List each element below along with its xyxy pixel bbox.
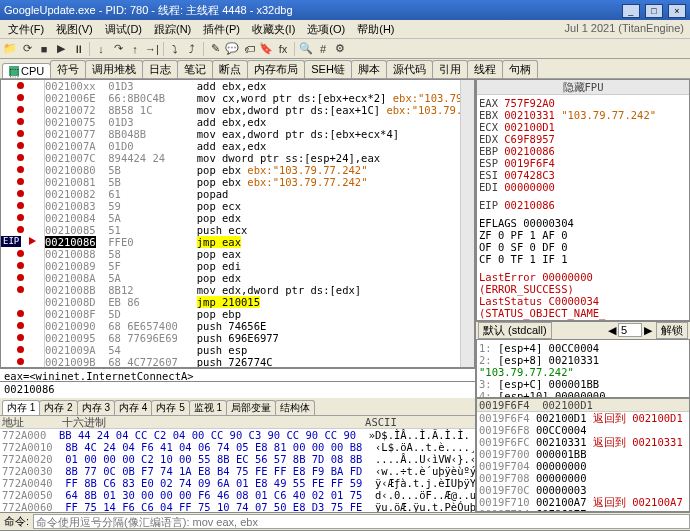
arguments-pane[interactable]: 1: [esp+4] 00CC0004 2: [esp+8] 00210331 …	[476, 339, 690, 398]
trace-over-button[interactable]: ⤴	[184, 41, 200, 57]
registers-pane[interactable]: 隐藏FPU EAX 757F92A0 EBX 00210331 "103.79.…	[476, 79, 690, 321]
register-ebp[interactable]: EBP 00210086	[479, 145, 687, 157]
disasm-row[interactable]: 00210084 5A pop edx	[45, 212, 460, 224]
disasm-row[interactable]: 0021006E 66:8B0C4B mov cx,word ptr ds:[e…	[45, 92, 460, 104]
disasm-scrollbar[interactable]	[460, 80, 474, 367]
search-button[interactable]: 🔍	[298, 41, 314, 57]
dump-row[interactable]: 772A0030 8B 77 0C 0B F7 74 1A E8 B4 75 F…	[0, 465, 475, 477]
tab-source[interactable]: 源代码	[386, 60, 433, 78]
disasm-row[interactable]: 00210095 68 77696E69 push 696E6977	[45, 332, 460, 344]
register-esp[interactable]: ESP 0019F6F4	[479, 157, 687, 169]
tab-script[interactable]: 脚本	[351, 60, 387, 78]
disasm-row[interactable]: 00210090 68 6E657400 push 74656E	[45, 320, 460, 332]
menu-trace[interactable]: 跟踪(N)	[148, 20, 197, 38]
menu-view[interactable]: 视图(V)	[50, 20, 99, 38]
arg-count-down[interactable]: ◀	[606, 324, 618, 337]
disasm-row[interactable]: 0021008F 5D pop ebp	[45, 308, 460, 320]
stack-row[interactable]: 0019F708 00000000	[477, 472, 689, 484]
disasm-row[interactable]: 00210086 FFE0 jmp eax	[45, 236, 460, 248]
stack-row[interactable]: 0019F700 000001BB	[477, 448, 689, 460]
dump-tab-1[interactable]: 内存 1	[2, 400, 40, 415]
close-button[interactable]: ×	[668, 4, 686, 18]
trace-into-button[interactable]: ⤵	[167, 41, 183, 57]
arg-count-up[interactable]: ▶	[642, 324, 654, 337]
bookmarks-button[interactable]: 🔖	[258, 41, 274, 57]
patches-button[interactable]: ✎	[207, 41, 223, 57]
arg-count-input[interactable]	[618, 323, 642, 337]
run-to-button[interactable]: →|	[144, 41, 160, 57]
disasm-row[interactable]: 0021007C 894424 24 mov dword ptr ss:[esp…	[45, 152, 460, 164]
dump-tab-4[interactable]: 内存 4	[114, 400, 152, 415]
settings-button[interactable]: ⚙	[332, 41, 348, 57]
tab-breakpoints[interactable]: 断点	[212, 60, 248, 78]
tab-log[interactable]: 日志	[142, 60, 178, 78]
tab-refs[interactable]: 引用	[432, 60, 468, 78]
disasm-row[interactable]: 00210082 61 popad	[45, 188, 460, 200]
stack-pane[interactable]: 0019F6F4 002100D1 0019F6F4 002100D1 返回到 …	[476, 398, 690, 512]
menu-debug[interactable]: 调试(D)	[99, 20, 148, 38]
dump-pane[interactable]: 地址 十六进制 ASCII 772A000 BB 44 24 04 CC C2 …	[0, 416, 475, 512]
stack-row[interactable]: 0019F6F8 00CC0004	[477, 424, 689, 436]
tab-threads[interactable]: 线程	[467, 60, 503, 78]
menu-plugins[interactable]: 插件(P)	[197, 20, 246, 38]
disasm-row[interactable]: 0021008B 8B12 mov edx,dword ptr ds:[edx]	[45, 284, 460, 296]
disasm-row[interactable]: 00210081 5B pop ebx ebx:"103.79.77.242"	[45, 176, 460, 188]
menu-file[interactable]: 文件(F)	[2, 20, 50, 38]
watch-tab[interactable]: 监视 1	[189, 400, 227, 415]
register-esi[interactable]: ESI 007428C3	[479, 169, 687, 181]
disasm-row[interactable]: 002100xx 01D3 add ebx,edx	[45, 80, 460, 92]
arg-row[interactable]: 3: [esp+C] 000001BB	[479, 378, 687, 390]
goto-button[interactable]: #	[315, 41, 331, 57]
disasm-row[interactable]: 0021009B 68 4C772607 push 726774C	[45, 356, 460, 367]
tab-seh[interactable]: SEH链	[304, 60, 352, 78]
step-into-button[interactable]: ↓	[93, 41, 109, 57]
arg-row[interactable]: 2: [esp+8] 00210331 "103.79.77.242"	[479, 354, 687, 378]
step-over-button[interactable]: ↷	[110, 41, 126, 57]
maximize-button[interactable]: □	[645, 4, 663, 18]
stack-row[interactable]: 0019F704 00000000	[477, 460, 689, 472]
register-edi[interactable]: EDI 00000000	[479, 181, 687, 193]
dump-tab-3[interactable]: 内存 3	[77, 400, 115, 415]
fpu-toggle[interactable]: 隐藏FPU	[477, 80, 689, 95]
tab-handles[interactable]: 句柄	[502, 60, 538, 78]
functions-button[interactable]: fx	[275, 41, 291, 57]
unlock-button[interactable]: 解锁	[656, 322, 688, 339]
dump-row[interactable]: 772A0050 64 8B 01 30 00 00 00 F6 46 08 0…	[0, 489, 475, 501]
disasm-row[interactable]: 00210089 5F pop edi	[45, 260, 460, 272]
disasm-row[interactable]: 00210080 5B pop ebx ebx:"103.79.77.242"	[45, 164, 460, 176]
run-button[interactable]: ▶	[53, 41, 69, 57]
disasm-row[interactable]: 00210075 01D3 add ebx,edx	[45, 116, 460, 128]
register-eax[interactable]: EAX 757F92A0	[479, 97, 687, 109]
locals-tab[interactable]: 局部变量	[226, 400, 276, 415]
disasm-row[interactable]: 0021008A 5A pop edx	[45, 272, 460, 284]
command-input[interactable]	[33, 514, 690, 529]
menu-favorites[interactable]: 收藏夹(I)	[246, 20, 301, 38]
register-edx[interactable]: EDX C69F8957	[479, 133, 687, 145]
stack-row[interactable]: 0019F6FC 00210331 返回到 00210331 自 0021008…	[477, 436, 689, 448]
register-ecx[interactable]: ECX 002100D1	[479, 121, 687, 133]
disasm-row[interactable]: 00210083 59 pop ecx	[45, 200, 460, 212]
disasm-row[interactable]: 0021007A 01D0 add eax,edx	[45, 140, 460, 152]
arg-row[interactable]: 4: [esp+10] 00000000	[479, 390, 687, 398]
dump-row[interactable]: 772A0040 FF 8B C6 83 E0 02 74 09 6A 01 E…	[0, 477, 475, 489]
disasm-row[interactable]: 0021008D EB 86 jmp 210015	[45, 296, 460, 308]
disasm-row[interactable]: 0021009A 54 push esp	[45, 344, 460, 356]
tab-cpu[interactable]: ⬚CPU	[2, 63, 51, 78]
disasm-row[interactable]: 00210077 8B048B mov eax,dword ptr ds:[eb…	[45, 128, 460, 140]
tab-symbols[interactable]: 符号	[50, 60, 86, 78]
labels-button[interactable]: 🏷	[241, 41, 257, 57]
disasm-row[interactable]: 00210085 51 push ecx	[45, 224, 460, 236]
register-ebx[interactable]: EBX 00210331 "103.79.77.242"	[479, 109, 687, 121]
minimize-button[interactable]: _	[622, 4, 640, 18]
tab-memmap[interactable]: 内存布局	[247, 60, 305, 78]
register-eip[interactable]: EIP 00210086	[479, 199, 687, 211]
disasm-row[interactable]: 00210088 58 pop eax	[45, 248, 460, 260]
dump-tab-2[interactable]: 内存 2	[39, 400, 77, 415]
dump-row[interactable]: 772A000 BB 44 24 04 CC C2 04 00 CC 90 C3…	[0, 429, 475, 441]
stop-button[interactable]: ■	[36, 41, 52, 57]
callconv-select[interactable]: 默认 (stdcall)	[478, 322, 552, 339]
open-button[interactable]: 📁	[2, 41, 18, 57]
stack-row[interactable]: 0019F714 69E86977	[477, 508, 689, 512]
dump-row[interactable]: 772A0060 FF 75 14 F6 C6 04 FF 75 10 74 0…	[0, 501, 475, 512]
tab-callstack[interactable]: 调用堆栈	[85, 60, 143, 78]
